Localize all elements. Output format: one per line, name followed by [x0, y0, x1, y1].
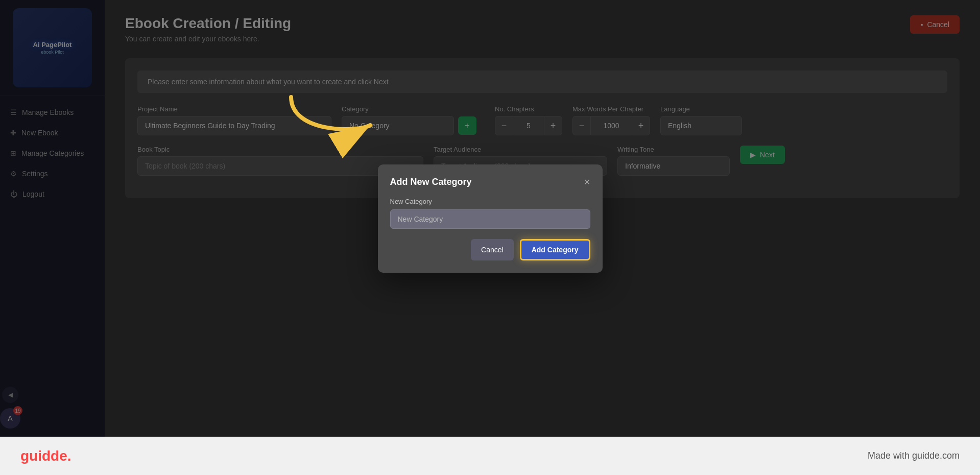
- footer: guidde. Made with guidde.com: [0, 437, 980, 475]
- main-content: Ebook Creation / Editing You can create …: [105, 0, 980, 437]
- modal-buttons: Cancel Add Category: [390, 239, 590, 260]
- modal-body: New Category: [390, 198, 590, 239]
- arrow-annotation: [276, 92, 388, 160]
- add-category-button[interactable]: Add Category: [520, 239, 590, 260]
- footer-logo: guidde.: [20, 448, 71, 464]
- modal-close-button[interactable]: ×: [584, 177, 590, 187]
- modal-title: Add New Category: [390, 177, 472, 187]
- modal-cancel-button[interactable]: Cancel: [471, 239, 514, 260]
- modal-dialog: Add New Category × New Category Cancel A…: [378, 164, 603, 273]
- modal-header: Add New Category ×: [390, 177, 590, 187]
- modal-overlay: Add New Category × New Category Cancel A…: [0, 0, 980, 437]
- close-icon: ×: [584, 176, 590, 187]
- new-category-input[interactable]: [390, 209, 590, 229]
- footer-tagline: Made with guidde.com: [868, 450, 960, 461]
- new-category-label: New Category: [390, 198, 590, 205]
